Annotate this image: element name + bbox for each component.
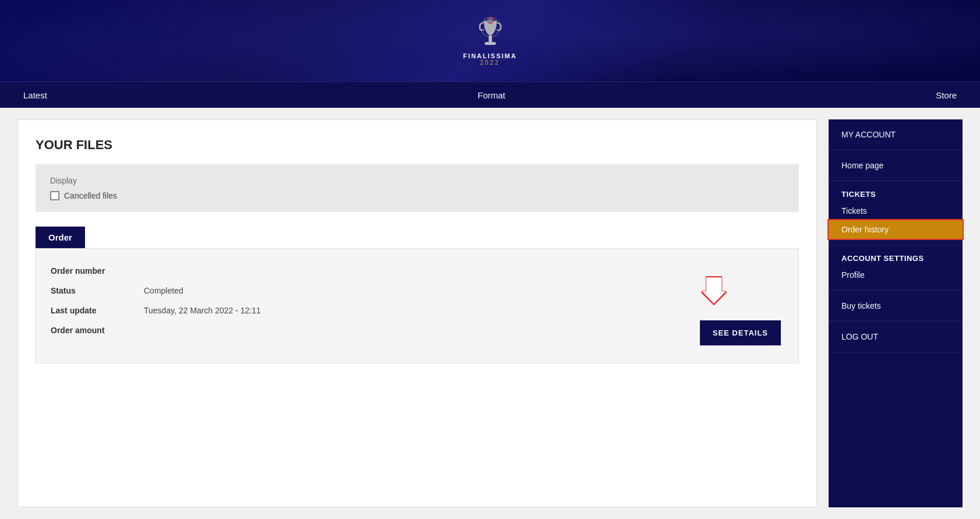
arrow-container xyxy=(699,276,728,310)
order-details: Order number Status Completed Last updat… xyxy=(36,248,799,363)
arrow-down-icon xyxy=(699,276,728,308)
order-button[interactable]: Order xyxy=(36,227,85,248)
sidebar-account-settings-section: ACCOUNT SETTINGS Profile xyxy=(829,245,963,291)
trophy-icon xyxy=(473,16,508,51)
sidebar-item-logout[interactable]: LOG OUT xyxy=(829,322,963,352)
sidebar-item-profile[interactable]: Profile xyxy=(829,266,963,284)
sidebar-item-buy-tickets[interactable]: Buy tickets xyxy=(829,291,963,322)
main-content: YOUR FILES Display Cancelled files Order… xyxy=(0,108,980,519)
sidebar-item-order-history[interactable]: Order history xyxy=(829,220,963,239)
sidebar-tickets-title: TICKETS xyxy=(829,181,963,202)
svg-point-5 xyxy=(489,20,491,22)
nav-format[interactable]: Format xyxy=(472,87,511,103)
header: FINALISSIMA 2022 xyxy=(0,0,980,82)
display-section: Display Cancelled files xyxy=(36,164,799,212)
order-amount-field: Order amount xyxy=(51,326,784,335)
logo-label: FINALISSIMA xyxy=(463,52,516,59)
files-panel: YOUR FILES Display Cancelled files Order… xyxy=(17,119,817,507)
status-value: Completed xyxy=(144,286,183,295)
status-field: Status Completed xyxy=(51,286,784,295)
sidebar: MY ACCOUNT Home page TICKETS Tickets Ord… xyxy=(829,119,963,507)
sidebar-item-home-page[interactable]: Home page xyxy=(829,150,963,181)
sidebar-item-my-account[interactable]: MY ACCOUNT xyxy=(829,119,963,150)
svg-rect-1 xyxy=(489,36,492,42)
logo-area: FINALISSIMA 2022 xyxy=(463,16,516,66)
sidebar-item-tickets[interactable]: Tickets xyxy=(829,202,963,220)
cancelled-files-checkbox[interactable] xyxy=(50,191,59,200)
last-update-field: Last update Tuesday, 22 March 2022 - 12:… xyxy=(51,306,784,315)
svg-rect-2 xyxy=(484,42,495,45)
status-label: Status xyxy=(51,286,144,295)
navbar: Latest Format Store xyxy=(0,82,980,108)
logo-year: 2022 xyxy=(480,59,500,66)
files-title: YOUR FILES xyxy=(36,137,799,153)
sidebar-tickets-section: TICKETS Tickets Order history xyxy=(829,181,963,245)
cancelled-files-row: Cancelled files xyxy=(50,191,784,200)
cancelled-files-label: Cancelled files xyxy=(64,191,117,200)
last-update-value: Tuesday, 22 March 2022 - 12:11 xyxy=(144,306,261,315)
see-details-button[interactable]: SEE DETAILS xyxy=(700,320,781,345)
nav-store[interactable]: Store xyxy=(930,87,963,103)
order-number-field: Order number xyxy=(51,266,784,276)
nav-latest[interactable]: Latest xyxy=(17,87,53,103)
last-update-label: Last update xyxy=(51,306,144,315)
sidebar-account-settings-title: ACCOUNT SETTINGS xyxy=(829,245,963,266)
display-label: Display xyxy=(50,176,784,185)
order-number-label: Order number xyxy=(51,266,144,276)
order-amount-label: Order amount xyxy=(51,326,144,335)
svg-marker-7 xyxy=(702,277,726,304)
